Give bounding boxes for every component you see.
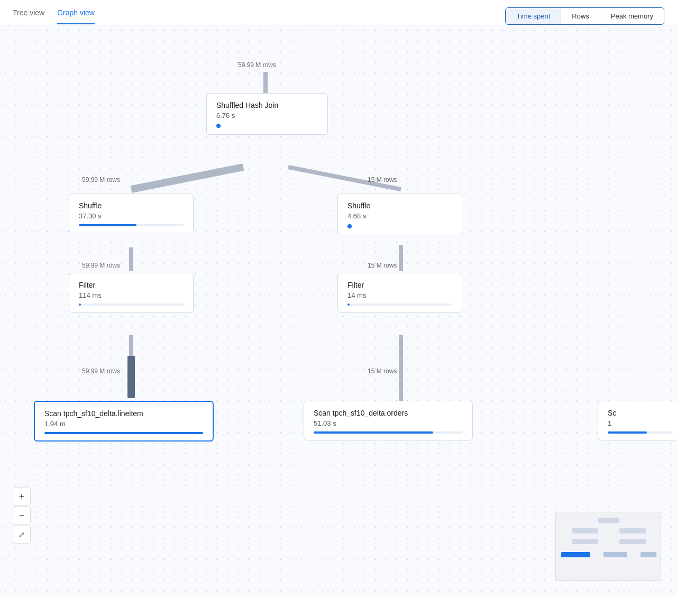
zoom-in-button[interactable]: + [13,488,31,505]
metric-time-spent[interactable]: Time spent [506,8,561,24]
graph-canvas[interactable]: 59.99 M rows Shuffled Hash Join 6.76 s 5… [0,25,677,596]
metric-rows[interactable]: Rows [561,8,600,24]
node-time-scan-middle: 51.03 s [314,419,463,427]
node-title-filter-left: Filter [79,281,184,289]
svg-line-1 [131,167,243,189]
node-time-scan-right: 1 [608,419,673,427]
node-bar-filter-right [347,304,350,306]
node-scan-orders[interactable]: Scan tpch_sf10_delta.orders 51.03 s [304,401,473,440]
mini-node-8 [641,552,656,557]
node-bar-scan-left [44,432,203,434]
mini-node-2 [572,528,598,534]
node-bar-root [216,124,221,128]
view-tabs: Tree view Graph view [13,8,95,24]
node-scan-lineitem[interactable]: Scan tpch_sf10_delta.lineitem 1.94 m [34,401,214,442]
node-bar-scan-right [608,431,647,434]
node-title-shuffle-right: Shuffle [347,201,452,210]
node-shuffle-left[interactable]: Shuffle 37.30 s [69,194,194,233]
svg-rect-7 [127,356,135,398]
node-filter-right[interactable]: Filter 14 ms [337,273,462,312]
rows-label-right-scan: 15 M rows [368,367,397,375]
mini-node-1 [598,518,619,523]
mini-node-5 [619,539,646,544]
node-scan-right[interactable]: Sc 1 [598,401,677,440]
node-time-scan-left: 1.94 m [44,420,203,428]
rows-label-right-filter: 15 M rows [368,262,397,269]
node-time-filter-right: 14 ms [347,291,452,299]
node-title-scan-left: Scan tpch_sf10_delta.lineitem [44,409,203,418]
node-shuffled-hash-join[interactable]: Shuffled Hash Join 6.76 s [206,93,328,135]
rows-label-top: 59.99 M rows [238,61,276,69]
rows-label-left-filter: 59.99 M rows [82,262,120,269]
node-shuffle-right[interactable]: Shuffle 4.68 s [337,194,462,235]
node-filter-left[interactable]: Filter 114 ms [69,273,194,312]
node-time-shuffle-right: 4.68 s [347,212,452,220]
metric-peak-memory[interactable]: Peak memory [600,8,664,24]
zoom-controls: + − ⤢ [13,488,31,544]
node-bar-container-filter-left [79,304,184,306]
node-bar-shuffle-left [79,224,136,226]
mini-map[interactable] [555,512,661,581]
node-time-filter-left: 114 ms [79,291,184,299]
node-bar-container-scan-right [608,431,673,434]
mini-node-7 [603,552,627,557]
mini-map-content [556,512,661,580]
node-time-root: 6.76 s [216,112,318,119]
rows-label-left-shuffle: 59.99 M rows [82,176,120,183]
metric-buttons: Time spent Rows Peak memory [505,7,664,25]
node-title-scan-middle: Scan tpch_sf10_delta.orders [314,409,463,417]
node-bar-scan-middle [314,431,433,434]
zoom-fit-button[interactable]: ⤢ [13,526,31,544]
node-title-root: Shuffled Hash Join [216,101,318,109]
node-title-scan-right: Sc [608,409,673,417]
mini-node-3 [619,528,646,534]
node-title-shuffle-left: Shuffle [79,201,184,210]
node-bar-shuffle-right [347,224,352,228]
node-bar-container-scan-middle [314,431,463,434]
node-title-filter-right: Filter [347,281,452,289]
node-time-shuffle-left: 37.30 s [79,212,184,220]
tab-graph-view[interactable]: Graph view [57,8,95,24]
node-bar-container-filter-right [347,304,452,306]
node-bar-filter-left [79,304,81,306]
zoom-out-button[interactable]: − [13,507,31,525]
top-bar: Tree view Graph view Time spent Rows Pea… [0,0,677,25]
tab-tree-view[interactable]: Tree view [13,8,44,24]
rows-label-left-scan: 59.99 M rows [82,367,120,375]
node-bar-container-scan-left [44,432,203,434]
node-bar-container-shuffle-left [79,224,184,226]
mini-node-4 [572,539,598,544]
mini-node-6 [561,552,590,557]
rows-label-right-shuffle: 15 M rows [368,176,397,183]
